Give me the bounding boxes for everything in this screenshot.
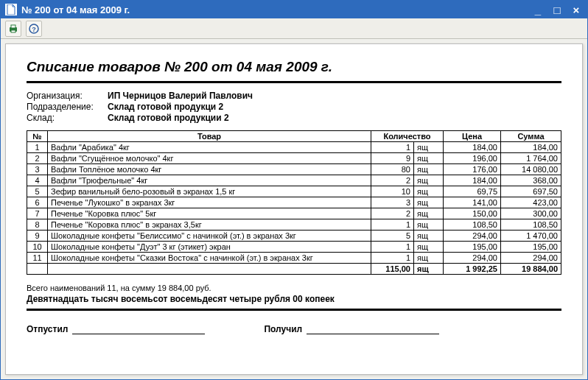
items-table: № Товар Количество Цена Сумма 1Вафли "Ар… xyxy=(27,130,561,275)
print-button[interactable] xyxy=(5,21,21,37)
cell-num: 7 xyxy=(27,208,48,219)
cell-sum: 1 764,00 xyxy=(501,153,561,164)
meta-org-label: Организация: xyxy=(27,91,108,101)
released-label: Отпустил xyxy=(27,324,68,334)
cell-sum: 368,00 xyxy=(501,175,561,186)
cell-unit: ящ xyxy=(414,253,444,264)
released-block: Отпустил xyxy=(27,324,205,334)
cell-unit: ящ xyxy=(414,175,444,186)
cell-qty: 80 xyxy=(371,164,414,175)
cell-name: Вафли "Арабика" 4кг xyxy=(48,142,371,153)
released-line xyxy=(72,324,205,334)
cell-num: 2 xyxy=(27,153,48,164)
cell-unit: ящ xyxy=(414,242,444,253)
meta-dept-value: Склад готовой продукци 2 xyxy=(108,102,223,112)
cell-price: 196,00 xyxy=(444,153,501,164)
cell-sum: 108,50 xyxy=(501,219,561,231)
cell-price: 108,50 xyxy=(444,219,501,231)
cell-qty: 1 xyxy=(371,142,414,153)
cell-qty: 10 xyxy=(371,186,414,197)
cell-qty: 2 xyxy=(371,208,414,219)
toolbar: ? xyxy=(1,18,587,39)
cell-sum: 184,00 xyxy=(501,142,561,153)
cell-sum: 14 080,00 xyxy=(501,164,561,175)
table-total-row: 115,00ящ1 992,2519 884,00 xyxy=(27,264,561,275)
signatures: Отпустил Получил xyxy=(27,324,561,334)
cell-price: 184,00 xyxy=(444,175,501,186)
cell-unit: ящ xyxy=(414,164,444,175)
cell-num: 1 xyxy=(27,142,48,153)
total-qty: 115,00 xyxy=(371,264,414,275)
cell-name: Печенье "Коровка плюс" 5кг xyxy=(48,208,371,219)
cell-price: 150,00 xyxy=(444,208,501,219)
cell-price: 176,00 xyxy=(444,164,501,175)
svg-rect-1 xyxy=(11,25,15,28)
table-row: 11Шоколадные конфеты "Сказки Востока" с … xyxy=(27,253,561,264)
close-button[interactable]: × xyxy=(570,4,583,16)
col-qty: Количество xyxy=(371,131,444,142)
cell-price: 294,00 xyxy=(444,253,501,264)
total-price: 1 992,25 xyxy=(444,264,501,275)
meta-org-value: ИП Черницов Валерий Павлович xyxy=(108,91,253,101)
window-controls: _ □ × xyxy=(531,4,583,16)
cell-unit: ящ xyxy=(414,186,444,197)
cell-unit: ящ xyxy=(414,153,444,164)
cell-qty: 1 xyxy=(371,242,414,253)
table-row: 1Вафли "Арабика" 4кг1ящ184,00184,00 xyxy=(27,142,561,153)
cell-price: 184,00 xyxy=(444,142,501,153)
cell-sum: 195,00 xyxy=(501,242,561,253)
maximize-button[interactable]: □ xyxy=(550,4,564,16)
table-row: 7Печенье "Коровка плюс" 5кг2ящ150,00300,… xyxy=(27,208,561,219)
cell-name: Вафли "Сгущённое молочко" 4кг xyxy=(48,153,371,164)
cell-sum: 1 470,00 xyxy=(501,231,561,242)
cell-qty: 9 xyxy=(371,153,414,164)
minimize-button[interactable]: _ xyxy=(531,4,545,16)
cell-sum: 423,00 xyxy=(501,197,561,208)
table-row: 3Вафли Топлёное молочко 4кг80ящ176,0014 … xyxy=(27,164,561,175)
cell-unit: ящ xyxy=(414,231,444,242)
cell-name: Вафли "Трюфельные" 4кг xyxy=(48,175,371,186)
total-sum: 19 884,00 xyxy=(501,264,561,275)
table-row: 4Вафли "Трюфельные" 4кг2ящ184,00368,00 xyxy=(27,175,561,186)
meta-store-value: Склад готовой продукции 2 xyxy=(108,113,229,123)
meta-block: Организация: ИП Черницов Валерий Павлови… xyxy=(27,91,561,123)
meta-org: Организация: ИП Черницов Валерий Павлови… xyxy=(27,91,561,101)
titlebar: № 200 от 04 мая 2009 г. _ □ × xyxy=(1,1,587,18)
total-unit: ящ xyxy=(414,264,444,275)
divider xyxy=(27,309,561,311)
table-row: 9Шоколадные конфеты "Белиссимо" с начинк… xyxy=(27,231,561,242)
cell-unit: ящ xyxy=(414,142,444,153)
meta-store: Склад: Склад готовой продукции 2 xyxy=(27,113,561,123)
cell-num: 10 xyxy=(27,242,48,253)
received-block: Получил xyxy=(264,324,439,334)
window-title: № 200 от 04 мая 2009 г. xyxy=(21,4,531,15)
cell-unit: ящ xyxy=(414,197,444,208)
received-line xyxy=(307,324,439,334)
cell-price: 195,00 xyxy=(444,242,501,253)
cell-num: 6 xyxy=(27,197,48,208)
meta-dept: Подразделение: Склад готовой продукци 2 xyxy=(27,102,561,112)
cell-qty: 5 xyxy=(371,231,414,242)
col-tovar: Товар xyxy=(48,131,371,142)
cell-price: 294,00 xyxy=(444,231,501,242)
cell-qty: 1 xyxy=(371,219,414,231)
received-label: Получил xyxy=(264,324,302,334)
cell-sum: 294,00 xyxy=(501,253,561,264)
meta-store-label: Склад: xyxy=(27,113,108,123)
cell-num: 3 xyxy=(27,164,48,175)
cell-name: Шоколадные конфеты "Белиссимо" с начинко… xyxy=(48,231,371,242)
document-icon xyxy=(5,4,17,15)
cell-qty: 2 xyxy=(371,175,414,186)
content-area: Списание товаров № 200 от 04 мая 2009 г.… xyxy=(1,39,587,379)
table-row: 5Зефир ванильный бело-розовый в экранах … xyxy=(27,186,561,197)
cell-name: Печенье "Лукошко" в экранах 3кг xyxy=(48,197,371,208)
cell-sum: 300,00 xyxy=(501,208,561,219)
help-button[interactable]: ? xyxy=(26,21,42,37)
svg-text:?: ? xyxy=(32,25,36,32)
cell-unit: ящ xyxy=(414,208,444,219)
cell-price: 141,00 xyxy=(444,197,501,208)
table-header-row: № Товар Количество Цена Сумма xyxy=(27,131,561,142)
meta-dept-label: Подразделение: xyxy=(27,102,108,112)
document-title: Списание товаров № 200 от 04 мая 2009 г. xyxy=(27,59,561,75)
summary-line: Всего наименований 11, на сумму 19 884,0… xyxy=(27,284,561,292)
